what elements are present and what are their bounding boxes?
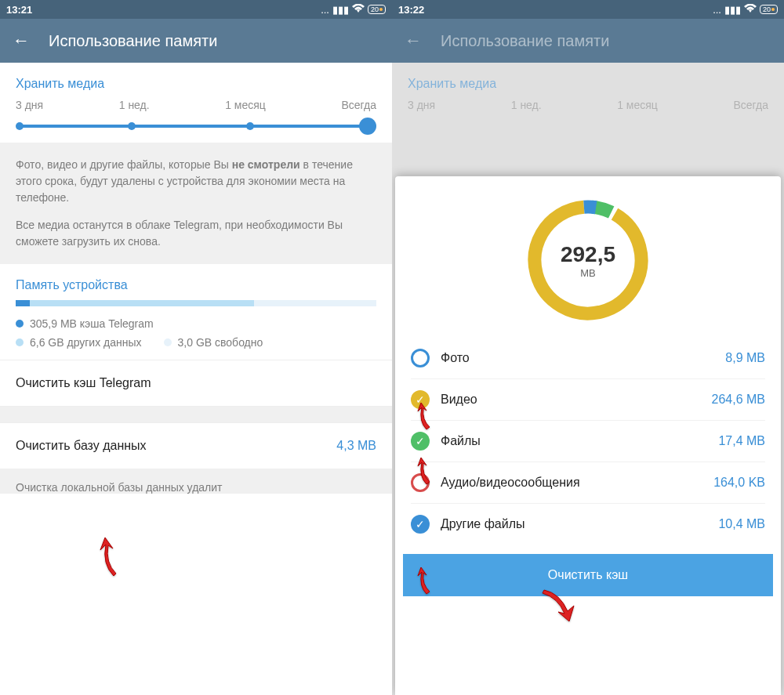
legend-telegram-cache: 305,9 MB кэша Telegram	[30, 317, 154, 330]
phone-left: 13:21 ... ▮▮▮ 20 ← Использование памяти …	[0, 0, 392, 695]
slider-labels: 3 дня 1 нед. 1 месяц Всегда	[0, 99, 392, 118]
checkbox-icon[interactable]	[411, 349, 430, 367]
usage-bar-block: 305,9 MB кэша Telegram 6,6 GB других дан…	[0, 300, 392, 360]
tick-label: Всегда	[733, 99, 768, 111]
tick-label: 3 дня	[16, 99, 43, 111]
checkbox-icon[interactable]: ✓	[411, 390, 430, 409]
category-list: Фото 8,9 MB ✓ Видео 264,6 MB ✓ Файлы 17,…	[395, 331, 781, 545]
signal-bars-icon: ▮▮▮	[332, 4, 349, 16]
page-title: Использование памяти	[49, 32, 217, 50]
checkbox-icon[interactable]	[411, 473, 430, 492]
app-bar: ← Использование памяти	[0, 19, 392, 63]
clear-cache-row[interactable]: Очистить кэш Telegram	[0, 360, 392, 406]
clear-db-value: 4,3 MB	[336, 439, 376, 453]
status-bar: 13:22 ... ▮▮▮ 20	[392, 0, 784, 19]
tick-label: 1 нед.	[511, 99, 542, 111]
category-label: Файлы	[441, 434, 707, 448]
category-size: 164,0 KB	[713, 476, 765, 490]
wifi-icon	[352, 4, 365, 16]
category-label: Аудио/видеосообщения	[441, 476, 702, 490]
category-row-files[interactable]: ✓ Файлы 17,4 MB	[411, 420, 765, 462]
category-label: Другие файлы	[441, 517, 707, 531]
spacer-row	[0, 406, 392, 422]
device-memory-title: Память устройства	[0, 264, 392, 300]
clear-cache-label: Очистить кэш Telegram	[16, 376, 151, 390]
tick-label: 3 дня	[408, 99, 435, 111]
annotation-arrow-icon	[86, 533, 133, 583]
info-text: Фото, видео и другие файлы, которые Вы н…	[0, 143, 392, 264]
keep-media-title: Хранить медиа	[0, 63, 392, 99]
donut-total: 292,5	[561, 242, 615, 267]
back-button[interactable]: ←	[405, 31, 422, 51]
legend-other-data: 6,6 GB других данных	[30, 336, 142, 349]
checkbox-icon[interactable]: ✓	[411, 432, 430, 451]
db-note: Очистка локальной базы данных удалит	[0, 469, 392, 494]
slider-labels: 3 дня 1 нед. 1 месяц Всегда	[392, 99, 784, 118]
usage-bar	[16, 300, 376, 306]
category-size: 8,9 MB	[725, 351, 765, 365]
back-button[interactable]: ←	[13, 31, 30, 51]
clear-db-label: Очистить базу данных	[16, 439, 147, 453]
tick-label: 1 месяц	[617, 99, 658, 111]
keep-media-title: Хранить медиа	[392, 63, 784, 99]
category-label: Фото	[441, 351, 714, 365]
clear-cache-button[interactable]: Очистить кэш	[403, 554, 773, 596]
cache-dialog: 292,5 MB Фото 8,9 MB ✓ Видео 264,6 MB	[395, 176, 781, 695]
battery-icon: 20	[368, 5, 386, 14]
keep-media-slider[interactable]	[16, 118, 376, 135]
page-title: Использование памяти	[441, 32, 609, 50]
app-bar: ← Использование памяти	[392, 19, 784, 63]
signal-dots-icon: ...	[713, 4, 721, 16]
category-size: 10,4 MB	[718, 517, 765, 531]
status-time: 13:22	[398, 4, 424, 16]
status-bar: 13:21 ... ▮▮▮ 20	[0, 0, 392, 19]
category-row-audio[interactable]: Аудио/видеосообщения 164,0 KB	[411, 462, 765, 503]
signal-dots-icon: ...	[321, 4, 329, 16]
category-size: 264,6 MB	[712, 393, 765, 407]
status-time: 13:21	[6, 4, 32, 16]
tick-label: 1 месяц	[225, 99, 266, 111]
category-row-other[interactable]: ✓ Другие файлы 10,4 MB	[411, 503, 765, 545]
phone-right: 13:22 ... ▮▮▮ 20 ← Использование памяти …	[392, 0, 784, 695]
tick-label: Всегда	[341, 99, 376, 111]
battery-icon: 20	[760, 5, 778, 14]
signal-bars-icon: ▮▮▮	[724, 4, 741, 16]
category-size: 17,4 MB	[718, 434, 765, 448]
category-row-video[interactable]: ✓ Видео 264,6 MB	[411, 378, 765, 420]
clear-db-row[interactable]: Очистить базу данных 4,3 MB	[0, 422, 392, 469]
category-label: Видео	[441, 393, 701, 407]
donut-unit: MB	[580, 267, 596, 279]
legend-free: 3,0 GB свободно	[178, 336, 263, 349]
category-row-photo[interactable]: Фото 8,9 MB	[411, 338, 765, 378]
wifi-icon	[744, 4, 757, 16]
status-icons: ... ▮▮▮ 20	[321, 4, 386, 16]
status-icons: ... ▮▮▮ 20	[713, 4, 778, 16]
checkbox-icon[interactable]: ✓	[411, 515, 430, 534]
storage-donut-chart: 292,5 MB	[521, 194, 655, 327]
tick-label: 1 нед.	[119, 99, 150, 111]
